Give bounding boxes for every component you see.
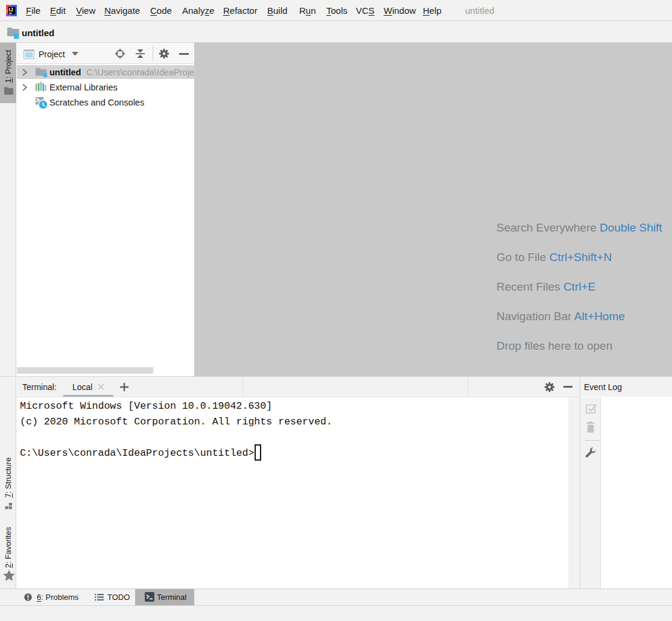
svg-text:IJ: IJ — [9, 7, 13, 13]
